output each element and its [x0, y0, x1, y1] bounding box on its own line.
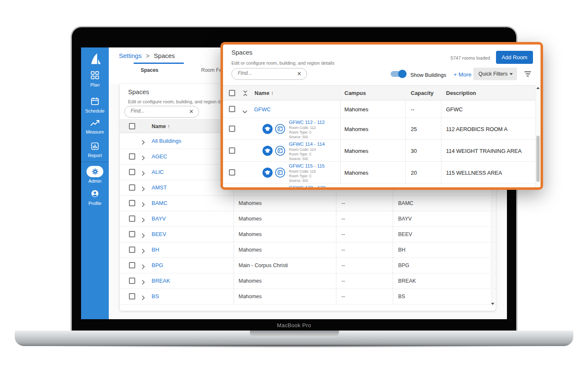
laptop-base-notch [250, 331, 339, 337]
chevron-right-icon[interactable] [142, 139, 145, 147]
sidebar-item-measure[interactable]: Measure [81, 120, 109, 134]
chevron-right-icon[interactable] [142, 248, 145, 255]
overlay-select-all-checkbox[interactable] [229, 90, 235, 96]
building-link[interactable]: BH [152, 247, 159, 253]
quick-filters-dropdown[interactable]: Quick Filters [473, 68, 517, 80]
row-checkbox[interactable] [129, 262, 135, 268]
table-row[interactable]: BREAKMahomes--BREAK [120, 273, 496, 289]
chevron-right-icon[interactable] [142, 294, 145, 302]
rooms-loaded-count: 5747 rooms loaded [451, 55, 490, 60]
panel-subtitle: Edit or configure room, building, and re… [128, 99, 231, 104]
room-link[interactable]: GFWC 120 - 120 [289, 185, 326, 190]
academic-room-icon [262, 168, 273, 179]
overlay-column-name[interactable]: Name ↑ [255, 90, 274, 96]
row-checkbox[interactable] [229, 169, 235, 176]
description-cell: 114 WEIGHT TRAINING AREA [446, 148, 522, 154]
breadcrumb-settings[interactable]: Settings [119, 52, 142, 59]
active-tab-indicator [134, 63, 184, 64]
row-checkbox[interactable] [129, 215, 135, 222]
building-link[interactable]: BAMC [152, 200, 168, 206]
chevron-right-icon[interactable] [142, 155, 145, 162]
campus-cell: Mahomes [344, 148, 368, 154]
table-row[interactable]: BPGMain - Corpus Christi--BPG [120, 258, 496, 273]
building-link[interactable]: GFWC [254, 106, 271, 113]
sidebar-item-profile[interactable]: Profile [81, 189, 109, 206]
table-row[interactable]: BAMCMahomes--BAMC [120, 196, 496, 211]
filter-icon[interactable] [525, 71, 531, 78]
column-header-name[interactable]: Name ↑ [152, 123, 170, 129]
scrollbar-thumb[interactable] [536, 136, 540, 182]
overlay-room-row[interactable]: GFWC 114 - 114Room Code: 114Room Type: C… [223, 140, 535, 162]
sidebar-item-schedule[interactable]: Schedule [81, 97, 109, 113]
row-checkbox[interactable] [229, 147, 235, 154]
row-checkbox[interactable] [129, 231, 135, 237]
chevron-right-icon[interactable] [142, 279, 145, 286]
overlay-column-campus[interactable]: Campus [344, 90, 366, 96]
chevron-right-icon[interactable] [142, 186, 145, 193]
building-link[interactable]: BEEV [152, 231, 166, 237]
row-checkbox[interactable] [129, 153, 135, 160]
more-filters-link[interactable]: + More [454, 71, 471, 78]
building-link[interactable]: BAYV [152, 215, 166, 222]
chevron-right-icon[interactable] [142, 201, 145, 209]
table-row[interactable]: BEEVMahomes--BEEV [120, 227, 496, 242]
table-row[interactable]: BSMahomes--BS [120, 289, 496, 304]
campus-cell: Mahomes [239, 247, 262, 253]
row-checkbox[interactable] [229, 106, 235, 112]
row-checkbox[interactable] [129, 169, 135, 175]
building-link[interactable]: All Buildings [152, 138, 181, 144]
room-link[interactable]: GFWC 115 - 115 [289, 163, 325, 168]
scroll-down-icon[interactable] [491, 303, 494, 305]
chevron-right-icon[interactable] [142, 232, 145, 240]
description-cell: BREAK [398, 278, 416, 284]
overlay-column-description[interactable]: Description [446, 90, 476, 96]
app-logo-icon[interactable] [81, 52, 109, 67]
building-link[interactable]: AGEC [152, 153, 167, 160]
row-checkbox[interactable] [129, 184, 135, 191]
overlay-column-capacity[interactable]: Capacity [411, 90, 433, 96]
chevron-right-icon[interactable] [142, 170, 145, 178]
show-buildings-toggle[interactable] [391, 71, 406, 77]
overlay-room-row[interactable]: GFWC 120 - 120 [223, 184, 535, 190]
row-checkbox[interactable] [129, 200, 135, 206]
capacity-cell: 25 [411, 126, 417, 132]
building-link[interactable]: BPG [152, 262, 163, 268]
find-input[interactable] [131, 108, 182, 114]
collapse-all-icon[interactable] [243, 90, 247, 98]
tab-spaces[interactable]: Spaces [141, 67, 158, 73]
overlay-building-row[interactable]: GFWCMahomes--GFWC [223, 101, 535, 118]
overlay-clear-search-icon[interactable]: ✕ [297, 71, 302, 77]
building-link[interactable]: BREAK [152, 278, 170, 284]
sidebar-item-label: Report [81, 153, 109, 158]
overlay-table-header: Name ↑ Campus Capacity Description [223, 85, 535, 100]
room-details: Room Code: 112Room Type: CSource: SIS [289, 126, 316, 139]
sidebar-item-plan[interactable]: Plan [81, 71, 109, 87]
building-link[interactable]: ALIC [152, 169, 164, 175]
overlay-scrollbar[interactable] [535, 85, 541, 187]
overlay-room-row[interactable]: GFWC 112 - 112Room Code: 112Room Type: C… [223, 118, 535, 140]
scroll-up-icon[interactable] [536, 87, 540, 89]
add-room-button[interactable]: Add Room [496, 51, 533, 64]
overlay-room-row[interactable]: GFWC 115 - 115Room Code: 115Room Type: C… [223, 162, 535, 184]
overlay-find-input[interactable] [238, 70, 290, 76]
sidebar-item-admin[interactable]: Admin [81, 166, 109, 184]
chevron-right-icon[interactable] [142, 263, 145, 271]
room-link[interactable]: GFWC 112 - 112 [289, 120, 325, 125]
select-all-checkbox[interactable] [129, 123, 135, 129]
row-checkbox[interactable] [129, 247, 135, 253]
clear-search-icon[interactable]: ✕ [189, 108, 194, 115]
building-link[interactable]: BS [152, 293, 159, 299]
row-checkbox[interactable] [129, 293, 135, 299]
capacity-cell: 30 [411, 148, 417, 154]
row-checkbox[interactable] [229, 126, 235, 132]
event-room-icon [275, 168, 285, 179]
sidebar-item-report[interactable]: Report [81, 142, 109, 158]
report-icon [91, 144, 99, 151]
table-row[interactable]: BHMahomes--BH [120, 242, 496, 258]
row-checkbox[interactable] [129, 278, 135, 284]
table-row[interactable]: BAYVMahomes--BAYV [120, 211, 496, 227]
chevron-right-icon[interactable] [142, 217, 145, 224]
room-link[interactable]: GFWC 114 - 114 [289, 142, 325, 147]
building-link[interactable]: AMST [152, 184, 167, 191]
chevron-down-icon[interactable] [242, 108, 247, 115]
